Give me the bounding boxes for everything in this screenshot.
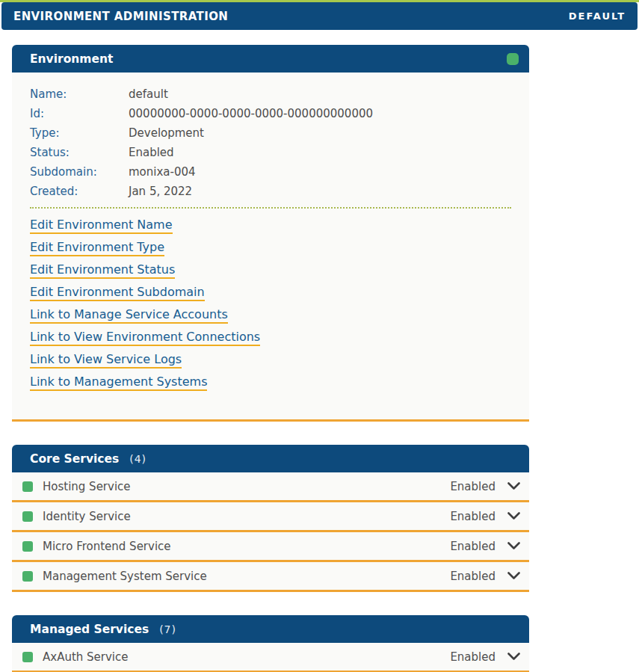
app-header-bar: ENVIRONMENT ADMINISTRATION DEFAULT	[1, 2, 638, 30]
service-status-icon	[22, 571, 33, 582]
environment-card-body: Name: default Id: 00000000-0000-0000-000…	[12, 73, 529, 422]
link-view-service-logs[interactable]: Link to View Service Logs	[30, 352, 182, 369]
service-row-hosting[interactable]: Hosting Service Enabled	[12, 472, 529, 502]
chevron-down-icon[interactable]	[507, 542, 520, 550]
service-status-label: Enabled	[450, 650, 496, 664]
link-edit-environment-subdomain[interactable]: Edit Environment Subdomain	[30, 285, 205, 301]
managed-services-count: (7)	[159, 623, 176, 635]
environment-status-icon	[507, 53, 519, 65]
link-manage-service-accounts[interactable]: Link to Manage Service Accounts	[30, 307, 228, 324]
link-management-systems[interactable]: Link to Management Systems	[30, 374, 207, 391]
dotted-divider	[30, 207, 511, 209]
service-row-micro-frontend[interactable]: Micro Frontend Service Enabled	[12, 532, 529, 562]
chevron-down-icon[interactable]	[507, 512, 520, 520]
field-label: Id:	[30, 104, 129, 123]
service-row-identity[interactable]: Identity Service Enabled	[12, 502, 529, 532]
core-services-header: Core Services (4)	[12, 445, 529, 472]
field-label: Name:	[30, 84, 129, 104]
link-view-environment-connections[interactable]: Link to View Environment Connections	[30, 330, 260, 346]
service-name: Identity Service	[43, 510, 131, 523]
field-value: default	[129, 84, 168, 104]
chevron-down-icon[interactable]	[507, 572, 520, 580]
field-label: Type:	[30, 123, 129, 143]
environment-links: Edit Environment Name Edit Environment T…	[30, 218, 511, 391]
field-value: Enabled	[129, 143, 174, 162]
field-id: Id: 00000000-0000-0000-0000-000000000000	[30, 104, 511, 123]
field-subdomain: Subdomain: monixa-004	[30, 162, 511, 182]
service-name: Hosting Service	[43, 480, 131, 493]
service-status-label: Enabled	[450, 570, 496, 583]
page-title: ENVIRONMENT ADMINISTRATION	[13, 10, 228, 23]
field-value: monixa-004	[129, 162, 196, 182]
environment-badge: DEFAULT	[569, 10, 626, 22]
field-label: Created:	[30, 182, 129, 201]
link-edit-environment-status[interactable]: Edit Environment Status	[30, 262, 175, 279]
chevron-down-icon[interactable]	[507, 653, 520, 661]
field-label: Subdomain:	[30, 162, 129, 182]
managed-services-section: Managed Services (7) AxAuth Service Enab…	[12, 615, 529, 672]
managed-services-header: Managed Services (7)	[12, 615, 529, 643]
core-services-title: Core Services	[30, 452, 119, 466]
service-status-label: Enabled	[450, 480, 496, 493]
field-label: Status:	[30, 143, 129, 162]
field-created: Created: Jan 5, 2022	[30, 182, 511, 201]
service-name: Micro Frontend Service	[43, 540, 171, 553]
service-status-icon	[22, 511, 33, 522]
core-services-count: (4)	[129, 453, 146, 465]
field-name: Name: default	[30, 84, 511, 104]
chevron-down-icon[interactable]	[507, 482, 520, 490]
environment-card: Environment Name: default Id: 00000000-0…	[12, 45, 529, 422]
field-value: 00000000-0000-0000-0000-000000000000	[129, 104, 373, 123]
service-status-label: Enabled	[450, 540, 496, 553]
service-row-management-system[interactable]: Management System Service Enabled	[12, 562, 529, 592]
service-status-icon	[22, 481, 33, 492]
main-content: Environment Name: default Id: 00000000-0…	[12, 45, 529, 672]
link-edit-environment-type[interactable]: Edit Environment Type	[30, 240, 164, 256]
service-name: Management System Service	[43, 570, 207, 583]
field-value: Development	[129, 123, 204, 143]
environment-card-title: Environment	[30, 52, 113, 66]
service-row-axauth[interactable]: AxAuth Service Enabled	[12, 643, 529, 672]
service-status-label: Enabled	[450, 510, 496, 523]
service-name: AxAuth Service	[43, 650, 129, 664]
link-edit-environment-name[interactable]: Edit Environment Name	[30, 218, 173, 234]
environment-card-header: Environment	[12, 45, 529, 73]
service-status-icon	[22, 652, 33, 662]
field-type: Type: Development	[30, 123, 511, 143]
service-status-icon	[22, 541, 33, 552]
managed-services-title: Managed Services	[30, 623, 149, 636]
core-services-section: Core Services (4) Hosting Service Enable…	[12, 445, 529, 592]
field-status: Status: Enabled	[30, 143, 511, 162]
field-value: Jan 5, 2022	[129, 182, 192, 201]
